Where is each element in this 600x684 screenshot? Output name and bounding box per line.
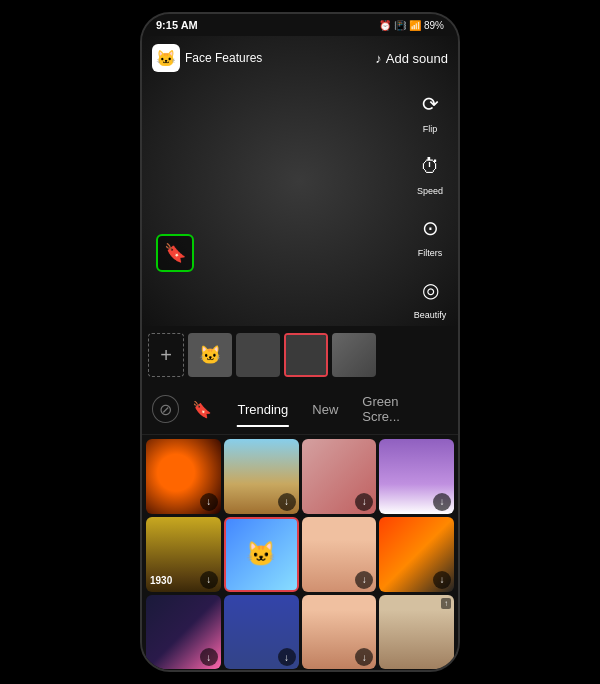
effects-grid: ↓ ↓ ↓ ↓ 1930 ↓ 🐱 ↓ ↓ (142, 435, 458, 672)
status-bar: 9:15 AM ⏰ 📳 📶 89% (142, 14, 458, 36)
flip-icon: ⟳ (412, 86, 448, 122)
download-icon-4: ↓ (433, 493, 451, 511)
tab-trending[interactable]: Trending (225, 398, 300, 421)
saved-effects-button[interactable]: 🔖 (189, 395, 216, 423)
effect-lightning[interactable]: ↓ (379, 517, 454, 592)
filters-label: Filters (418, 248, 443, 258)
effect-purple[interactable]: ↓ (379, 439, 454, 514)
download-icon-1: ↓ (200, 493, 218, 511)
add-sound-button[interactable]: ♪ Add sound (375, 51, 448, 66)
download-icon-3: ↓ (355, 493, 373, 511)
clip-1-thumbnail: 🐱 (188, 333, 232, 377)
flip-tool[interactable]: ⟳ Flip (412, 86, 448, 134)
status-icons: ⏰ 📳 📶 89% (379, 20, 444, 31)
filters-tool[interactable]: ⊙ Filters (412, 210, 448, 258)
effect-cat[interactable]: ↓ (146, 595, 221, 670)
upload-badge: ↑ (441, 598, 451, 609)
filters-icon: ⊙ (412, 210, 448, 246)
camera-background (142, 36, 458, 326)
top-controls: 🐱 Face Features ♪ Add sound (142, 44, 458, 72)
filmstrip: + 🐱 (142, 326, 458, 384)
camera-viewfinder: 🐱 Face Features ♪ Add sound ⟳ Flip ⏱ Spe… (142, 36, 458, 326)
download-icon-9: ↓ (200, 648, 218, 666)
effect-face1[interactable]: ↓ (302, 439, 377, 514)
effect-chandelier[interactable]: 1930 ↓ (146, 517, 221, 592)
tab-new[interactable]: New (300, 398, 350, 421)
no-effect-button[interactable]: ⊘ (152, 395, 179, 423)
download-icon-8: ↓ (433, 571, 451, 589)
clip-1[interactable]: 🐱 (188, 333, 232, 377)
music-icon: ♪ (375, 51, 382, 66)
download-icon-7: ↓ (355, 571, 373, 589)
download-icon-11: ↓ (355, 648, 373, 666)
effect-heart[interactable]: ↓ (224, 595, 299, 670)
clip-3-selected[interactable] (284, 333, 328, 377)
bookmark-icon: 🔖 (164, 242, 186, 264)
face-features-label: Face Features (185, 51, 262, 65)
tab-green-screen[interactable]: Green Scre... (350, 390, 448, 428)
download-icon-5: ↓ (200, 571, 218, 589)
beautify-label: Beautify (414, 310, 447, 320)
effect-tiktok-selected[interactable]: 🐱 (224, 517, 299, 592)
effect-woman1[interactable]: ↓ (302, 517, 377, 592)
download-icon-2: ↓ (278, 493, 296, 511)
face-features-button[interactable]: 🐱 Face Features (152, 44, 262, 72)
vibrate-icon: 📳 (394, 20, 406, 31)
speed-tool[interactable]: ⏱ Speed (412, 148, 448, 196)
effect-building[interactable]: ↓ (224, 439, 299, 514)
clip-4-thumbnail (332, 333, 376, 377)
add-sound-label: Add sound (386, 51, 448, 66)
beautify-tool[interactable]: ◎ Beautify (412, 272, 448, 320)
clip-4[interactable] (332, 333, 376, 377)
beautify-icon: ◎ (412, 272, 448, 308)
download-icon-10: ↓ (278, 648, 296, 666)
speed-icon: ⏱ (412, 148, 448, 184)
clip-2-thumbnail (236, 333, 280, 377)
effect-eye[interactable]: ↓ (146, 439, 221, 514)
clip-2[interactable] (236, 333, 280, 377)
flip-label: Flip (423, 124, 438, 134)
add-clip-button[interactable]: + (148, 333, 184, 377)
phone-frame: 9:15 AM ⏰ 📳 📶 89% 🐱 Face Features ♪ Add … (140, 12, 460, 672)
clip-3-thumbnail (286, 335, 326, 375)
effects-panel: ⊘ 🔖 Trending New Green Scre... ↓ ↓ ↓ ↓ 1… (142, 384, 458, 672)
effect-woman2[interactable]: ↓ (302, 595, 377, 670)
effect-1930-text: 1930 (150, 575, 172, 586)
speed-label: Speed (417, 186, 443, 196)
effect-man1[interactable]: ↑ (379, 595, 454, 670)
status-time: 9:15 AM (156, 19, 198, 31)
battery-text: 89% (424, 20, 444, 31)
signal-icon: 📶 (409, 20, 421, 31)
right-tools-panel: ⟳ Flip ⏱ Speed ⊙ Filters ◎ Beautify ⏲ Ti… (412, 86, 448, 326)
alarm-icon: ⏰ (379, 20, 391, 31)
effects-tabs: ⊘ 🔖 Trending New Green Scre... (142, 384, 458, 435)
tiktok-logo: 🐱 (246, 540, 276, 568)
face-features-icon: 🐱 (152, 44, 180, 72)
bookmark-button[interactable]: 🔖 (156, 234, 194, 272)
